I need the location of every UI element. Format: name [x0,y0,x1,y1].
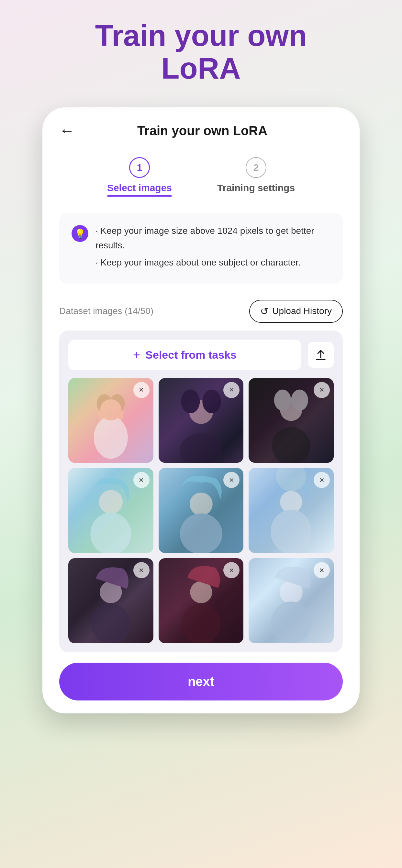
svg-point-17 [180,514,222,553]
history-icon: ↺ [260,306,268,317]
svg-point-26 [271,601,311,643]
svg-point-20 [277,468,306,491]
svg-point-10 [272,427,310,463]
image-cell-5: × [159,468,244,553]
step-1[interactable]: 1 Select images [107,157,172,197]
svg-point-15 [90,513,131,553]
image-cell-4: × [68,468,153,553]
image-cell-8: × [159,558,244,643]
close-icon-2[interactable]: × [223,382,239,398]
svg-point-6 [180,433,222,463]
image-cell-1: × [68,378,153,463]
image-grid: × × [68,378,334,643]
step-1-underline [107,195,172,197]
svg-point-8 [181,390,200,413]
svg-point-2 [94,416,128,459]
tip-2: Keep your images about one subject or ch… [95,255,331,270]
back-button[interactable]: ← [59,123,75,138]
close-icon-3[interactable]: × [314,382,330,398]
select-tasks-label: Select from tasks [145,349,237,361]
image-cell-6: × [249,468,334,553]
image-cell-7: × [68,558,153,643]
upload-icon [314,348,328,362]
step-1-label: Select images [107,182,172,193]
dataset-row: Dataset images (14/50) ↺ Upload History [42,293,360,331]
upload-button[interactable] [308,342,334,368]
svg-point-12 [274,390,291,411]
step-1-circle: 1 [129,157,150,178]
upload-history-button[interactable]: ↺ Upload History [249,300,343,323]
tip-icon: 💡 [71,225,88,242]
step-2-circle: 2 [246,157,266,178]
image-cell-3: × [249,378,334,463]
svg-point-19 [271,510,312,553]
svg-point-24 [181,604,221,643]
close-icon-1[interactable]: × [133,382,149,398]
steps-container: 1 Select images 2 Training settings [42,148,360,203]
close-icon-7[interactable]: × [133,562,149,578]
svg-point-5 [100,399,121,421]
image-cell-9: × [249,558,334,643]
phone-shell: ← Train your own LoRA 1 Select images 2 … [42,107,360,713]
select-tasks-button[interactable]: + Select from tasks [68,340,302,370]
close-icon-9[interactable]: × [314,562,330,578]
svg-point-14 [99,490,123,514]
select-tasks-row: + Select from tasks [68,340,334,370]
svg-point-9 [202,390,221,413]
header-title: Train your own LoRA [75,124,330,138]
dataset-label: Dataset images (14/50) [59,306,153,316]
tips-text: Keep your image size above 1024 pixels t… [95,224,331,272]
page-bg-title: Train your own LoRA [69,20,333,85]
plus-icon: + [133,348,140,362]
tip-1: Keep your image size above 1024 pixels t… [95,224,331,253]
close-icon-4[interactable]: × [133,472,149,488]
step-2-label: Training settings [217,182,295,193]
image-area: + Select from tasks [59,331,343,652]
svg-point-22 [91,604,131,643]
tips-box: 💡 Keep your image size above 1024 pixels… [59,213,343,283]
next-button[interactable]: next [59,663,343,701]
svg-point-16 [190,493,213,516]
step-2[interactable]: 2 Training settings [217,157,295,193]
svg-point-13 [291,390,309,411]
phone-header: ← Train your own LoRA [42,107,360,148]
image-cell-2: × [159,378,244,463]
upload-history-label: Upload History [272,306,332,316]
